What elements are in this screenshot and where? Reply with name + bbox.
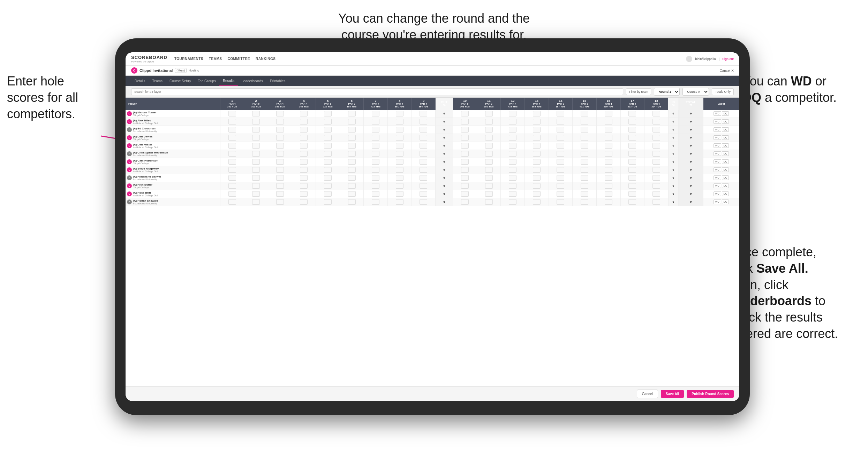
- score-input-h13[interactable]: [533, 127, 541, 133]
- score-input-h17[interactable]: [628, 151, 636, 157]
- score-input-h7[interactable]: [372, 167, 379, 173]
- score-cell-9[interactable]: [412, 174, 436, 182]
- score-cell-1[interactable]: [220, 118, 244, 126]
- score-cell-12[interactable]: [501, 118, 525, 126]
- score-cell-1[interactable]: [220, 158, 244, 166]
- dq-button[interactable]: DQ: [722, 183, 729, 188]
- score-cell-11[interactable]: [477, 174, 501, 182]
- wd-button[interactable]: WD: [714, 159, 721, 164]
- score-input-h3[interactable]: [276, 151, 284, 157]
- score-cell-16[interactable]: [596, 150, 620, 158]
- score-input-h18[interactable]: [652, 143, 660, 149]
- score-input-h16[interactable]: [605, 111, 612, 116]
- score-input-h17[interactable]: [628, 127, 636, 133]
- score-input-h17[interactable]: [628, 111, 636, 116]
- score-cell-14[interactable]: [549, 134, 573, 142]
- score-input-h16[interactable]: [605, 167, 612, 173]
- score-cell-5[interactable]: [316, 158, 340, 166]
- score-input-h6[interactable]: [348, 111, 356, 116]
- score-cell-13[interactable]: [525, 158, 549, 166]
- publish-button[interactable]: Publish Round Scores: [687, 390, 734, 398]
- score-cell-1[interactable]: [220, 166, 244, 174]
- score-input-h5[interactable]: [324, 151, 332, 157]
- score-input-h1[interactable]: [228, 191, 236, 197]
- score-input-h2[interactable]: [252, 183, 260, 189]
- score-input-h18[interactable]: [652, 111, 660, 116]
- score-input-h5[interactable]: [324, 191, 332, 197]
- score-cell-18[interactable]: [644, 174, 669, 182]
- score-input-h11[interactable]: [485, 199, 493, 205]
- score-input-h9[interactable]: [420, 159, 427, 165]
- score-cell-16[interactable]: [596, 134, 620, 142]
- score-input-h11[interactable]: [485, 183, 493, 189]
- score-cell-16[interactable]: [596, 142, 620, 150]
- score-cell-13[interactable]: [525, 182, 549, 190]
- wd-button[interactable]: WD: [714, 167, 721, 172]
- score-cell-18[interactable]: [644, 150, 669, 158]
- score-cell-12[interactable]: [501, 166, 525, 174]
- score-cell-7[interactable]: [364, 142, 388, 150]
- score-input-h9[interactable]: [420, 127, 427, 133]
- score-cell-10[interactable]: [453, 190, 477, 198]
- score-cell-1[interactable]: [220, 126, 244, 134]
- score-input-h1[interactable]: [228, 127, 236, 133]
- score-input-h12[interactable]: [509, 159, 516, 165]
- score-cell-18[interactable]: [644, 110, 669, 118]
- score-cell-2[interactable]: [244, 150, 268, 158]
- score-cell-1[interactable]: [220, 142, 244, 150]
- score-input-h18[interactable]: [652, 151, 660, 157]
- score-cell-14[interactable]: [549, 174, 573, 182]
- cancel-action-button[interactable]: Cancel: [637, 390, 658, 398]
- dq-button[interactable]: DQ: [722, 143, 729, 148]
- score-input-h13[interactable]: [533, 199, 541, 205]
- score-input-h7[interactable]: [372, 151, 379, 157]
- score-cell-14[interactable]: [549, 110, 573, 118]
- score-input-h9[interactable]: [420, 167, 427, 173]
- score-cell-15[interactable]: [573, 142, 597, 150]
- score-cell-18[interactable]: [644, 158, 669, 166]
- score-cell-16[interactable]: [596, 166, 620, 174]
- score-cell-10[interactable]: [453, 174, 477, 182]
- score-cell-17[interactable]: [620, 110, 644, 118]
- score-input-h11[interactable]: [485, 127, 493, 133]
- score-cell-13[interactable]: [525, 166, 549, 174]
- score-input-h15[interactable]: [581, 119, 588, 125]
- score-cell-17[interactable]: [620, 150, 644, 158]
- score-cell-9[interactable]: [412, 198, 436, 206]
- score-cell-3[interactable]: [268, 198, 292, 206]
- score-input-h3[interactable]: [276, 119, 284, 125]
- score-cell-7[interactable]: [364, 190, 388, 198]
- score-cell-7[interactable]: [364, 126, 388, 134]
- score-input-h3[interactable]: [276, 135, 284, 141]
- wd-button[interactable]: WD: [714, 135, 721, 140]
- score-input-h14[interactable]: [557, 167, 564, 173]
- score-input-h2[interactable]: [252, 175, 260, 181]
- score-cell-10[interactable]: [453, 110, 477, 118]
- score-input-h15[interactable]: [581, 199, 588, 205]
- score-input-h1[interactable]: [228, 119, 236, 125]
- score-cell-6[interactable]: [340, 174, 364, 182]
- score-input-h2[interactable]: [252, 159, 260, 165]
- score-cell-14[interactable]: [549, 142, 573, 150]
- wd-button[interactable]: WD: [714, 111, 721, 116]
- score-input-h12[interactable]: [509, 183, 516, 189]
- score-input-h1[interactable]: [228, 183, 236, 189]
- score-cell-5[interactable]: [316, 166, 340, 174]
- score-input-h15[interactable]: [581, 135, 588, 141]
- score-input-h10[interactable]: [461, 159, 469, 165]
- score-input-h4[interactable]: [300, 111, 308, 116]
- score-cell-6[interactable]: [340, 142, 364, 150]
- score-input-h2[interactable]: [252, 151, 260, 157]
- score-input-h2[interactable]: [252, 167, 260, 173]
- score-input-h16[interactable]: [605, 135, 612, 141]
- score-input-h7[interactable]: [372, 183, 379, 189]
- score-cell-18[interactable]: [644, 198, 669, 206]
- score-input-h17[interactable]: [628, 191, 636, 197]
- score-cell-12[interactable]: [501, 110, 525, 118]
- score-input-h7[interactable]: [372, 159, 379, 165]
- score-cell-10[interactable]: [453, 158, 477, 166]
- score-input-h9[interactable]: [420, 175, 427, 181]
- wd-button[interactable]: WD: [714, 119, 721, 124]
- score-input-h14[interactable]: [557, 159, 564, 165]
- tab-leaderboards[interactable]: Leaderboards: [238, 76, 266, 86]
